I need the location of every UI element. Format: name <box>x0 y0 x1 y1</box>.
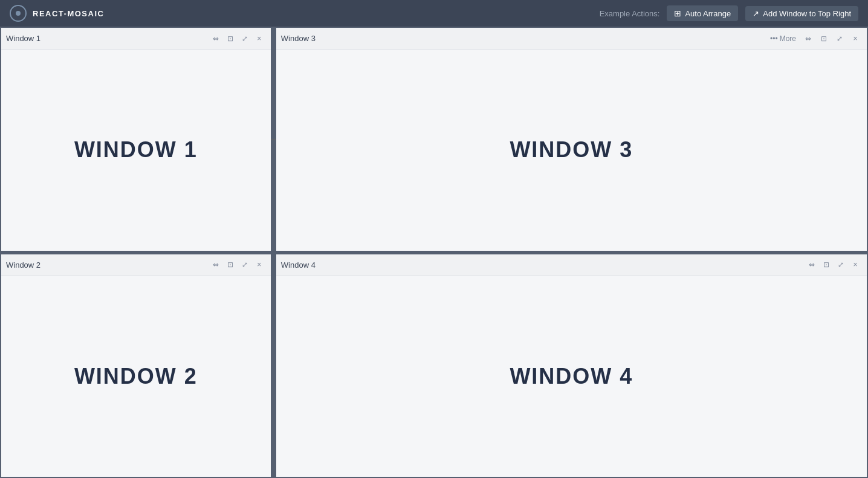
window-3-controls: ••• More ⇔ ⊡ ⤢ × <box>767 32 862 45</box>
add-window-button[interactable]: ↗ Add Window to Top Right <box>745 6 858 21</box>
close-icon: × <box>853 260 857 269</box>
window-2-expand-button[interactable]: ⤢ <box>238 258 251 271</box>
expand-icon: ⤢ <box>242 260 248 269</box>
split-h-icon: ⇔ <box>805 34 811 43</box>
svg-point-1 <box>16 11 21 16</box>
window-2-split-button[interactable]: ⇔ <box>209 258 222 271</box>
window-3-close-button[interactable]: × <box>849 32 862 45</box>
window-1-frame-button[interactable]: ⊡ <box>224 32 237 45</box>
window-4-titlebar: Window 4 ⇔ ⊡ ⤢ × <box>276 254 867 276</box>
window-3-split-button[interactable]: ⇔ <box>802 32 815 45</box>
frame-icon: ⊡ <box>821 34 827 43</box>
window-1-controls: ⇔ ⊡ ⤢ × <box>209 32 266 45</box>
mosaic-top-row: Window 1 ⇔ ⊡ ⤢ × WINDOW <box>1 28 867 251</box>
window-4-label: WINDOW 4 <box>510 364 633 389</box>
expand-icon: ⤢ <box>838 260 844 269</box>
window-2-controls: ⇔ ⊡ ⤢ × <box>209 258 266 271</box>
window-4-close-button[interactable]: × <box>849 258 862 271</box>
window-4-expand-button[interactable]: ⤢ <box>834 258 847 271</box>
window-1-titlebar: Window 1 ⇔ ⊡ ⤢ × <box>1 28 271 50</box>
frame-icon: ⊡ <box>823 260 829 269</box>
window-3-more-button[interactable]: ••• More <box>767 33 799 45</box>
grid-icon: ⊞ <box>674 8 681 18</box>
expand-icon: ⤢ <box>242 34 248 43</box>
logo-area: REACT-MOSAIC <box>10 5 104 22</box>
window-2-titlebar: Window 2 ⇔ ⊡ ⤢ × <box>1 254 271 276</box>
logo-icon <box>10 5 27 22</box>
frame-icon: ⊡ <box>227 34 233 43</box>
more-label: More <box>780 34 796 43</box>
window-pane-3: Window 3 ••• More ⇔ ⊡ ⤢ <box>276 28 867 251</box>
window-4-controls: ⇔ ⊡ ⤢ × <box>805 258 862 271</box>
window-1-split-button[interactable]: ⇔ <box>209 32 222 45</box>
window-4-split-button[interactable]: ⇔ <box>805 258 818 271</box>
window-3-label: WINDOW 3 <box>510 137 633 163</box>
expand-icon: ⤢ <box>837 34 843 43</box>
window-4-frame-button[interactable]: ⊡ <box>820 258 833 271</box>
window-2-frame-button[interactable]: ⊡ <box>224 258 237 271</box>
window-3-frame-button[interactable]: ⊡ <box>817 32 831 45</box>
auto-arrange-label: Auto Arrange <box>685 9 731 18</box>
window-2-title: Window 2 <box>6 260 209 270</box>
close-icon: × <box>257 34 261 43</box>
window-1-content: WINDOW 1 <box>1 50 271 251</box>
more-dots-icon: ••• <box>770 34 778 43</box>
window-1-expand-button[interactable]: ⤢ <box>238 32 251 45</box>
split-h-icon: ⇔ <box>213 260 219 269</box>
add-window-label: Add Window to Top Right <box>763 9 851 18</box>
window-3-expand-button[interactable]: ⤢ <box>833 32 846 45</box>
auto-arrange-button[interactable]: ⊞ Auto Arrange <box>667 5 738 21</box>
window-2-close-button[interactable]: × <box>253 258 266 271</box>
mosaic-bottom-row: Window 2 ⇔ ⊡ ⤢ × WINDOW <box>1 254 867 477</box>
split-h-icon: ⇔ <box>213 34 219 43</box>
close-icon: × <box>853 34 857 43</box>
close-icon: × <box>257 260 261 269</box>
split-h-icon: ⇔ <box>809 260 815 269</box>
window-1-title: Window 1 <box>6 34 209 43</box>
window-4-content: WINDOW 4 <box>276 276 867 477</box>
vertical-resize-handle[interactable] <box>1 252 867 253</box>
window-2-content: WINDOW 2 <box>1 276 271 477</box>
toolbar: REACT-MOSAIC Example Actions: ⊞ Auto Arr… <box>0 0 868 27</box>
window-3-title: Window 3 <box>281 34 767 43</box>
frame-icon: ⊡ <box>227 260 233 269</box>
window-3-content: WINDOW 3 <box>276 50 867 251</box>
window-pane-4: Window 4 ⇔ ⊡ ⤢ × WINDOW <box>276 254 867 477</box>
app-title: REACT-MOSAIC <box>33 9 104 18</box>
window-1-label: WINDOW 1 <box>74 137 198 163</box>
horizontal-resize-handle-bottom[interactable] <box>272 254 275 477</box>
window-pane-2: Window 2 ⇔ ⊡ ⤢ × WINDOW <box>1 254 271 477</box>
example-actions-label: Example Actions: <box>600 9 660 18</box>
arrow-out-icon: ↗ <box>753 9 759 18</box>
window-2-label: WINDOW 2 <box>74 364 198 389</box>
window-pane-1: Window 1 ⇔ ⊡ ⤢ × WINDOW <box>1 28 271 251</box>
window-4-title: Window 4 <box>281 260 805 270</box>
window-3-titlebar: Window 3 ••• More ⇔ ⊡ ⤢ <box>276 28 867 50</box>
window-1-close-button[interactable]: × <box>253 32 266 45</box>
mosaic-area: Window 1 ⇔ ⊡ ⤢ × WINDOW <box>0 27 868 478</box>
horizontal-resize-handle-top[interactable]: ↔ <box>272 28 275 251</box>
